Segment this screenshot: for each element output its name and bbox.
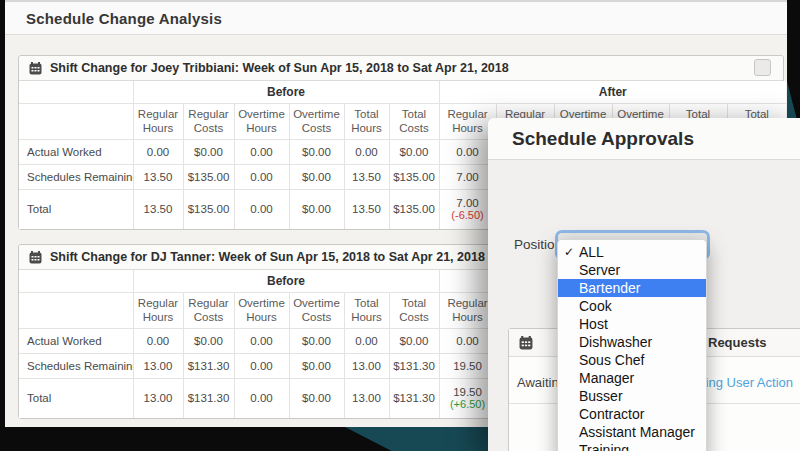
cell: $0.00 [389,328,439,353]
dropdown-item-cook[interactable]: Cook [558,297,706,315]
cell: $0.00 [289,328,344,353]
cell: $0.00 [289,164,344,189]
dropdown-item-contractor[interactable]: Contractor [558,405,706,423]
column-header: Regular Costs [183,103,234,139]
table-title: Shift Change for Joey Tribbiani: Week of… [50,61,509,75]
cell: 13.50 [344,189,389,229]
column-header: Total Costs [389,292,439,328]
cell: 0.00 [133,328,183,353]
cell: $131.30 [389,378,439,418]
cell: $135.00 [389,164,439,189]
cell: 0.00 [344,139,389,164]
cell: 0.00 [234,164,289,189]
group-header-row: BeforeAfter [19,81,786,103]
before-group-header: Before [133,81,439,103]
dropdown-item-sous-chef[interactable]: Sous Chef [558,351,706,369]
row-label: Total [19,378,133,418]
cell: $0.00 [183,139,234,164]
cell: 13.00 [133,378,183,418]
dropdown-item-training[interactable]: Training [558,441,706,451]
decorative-teal-wedge-bottom [340,426,492,451]
cell: 0.00 [234,328,289,353]
column-header: Total Hours [344,292,389,328]
row-label: Total [19,189,133,229]
cell: $135.00 [389,189,439,229]
dropdown-item-all[interactable]: ✓ALL [558,243,706,261]
column-header: Total Costs [389,103,439,139]
dropdown-item-label: Assistant Manager [579,424,695,440]
column-header: Overtime Costs [289,292,344,328]
dropdown-item-busser[interactable]: Busser [558,387,706,405]
cell: 13.00 [344,353,389,378]
delta-value: (+6.50) [443,398,493,411]
requests-card-title: Requests [708,329,767,357]
panel-title-bar: Shift Change for Joey Tribbiani: Week of… [19,56,783,81]
dropdown-item-label: Dishwasher [579,334,652,350]
corner-cell [19,81,133,103]
before-group-header: Before [133,270,439,292]
schedule-approvals-body: Position: Requests Awaiting Awaiting Use… [488,160,800,451]
dropdown-item-manager[interactable]: Manager [558,369,706,387]
column-header: Regular Hours [133,103,183,139]
page-title: Schedule Change Analysis [26,10,222,27]
cell: $131.30 [183,378,234,418]
dropdown-item-label: Contractor [579,406,644,422]
position-dropdown-menu: ✓ALLServerBartenderCookHostDishwasherSou… [557,239,707,451]
corner-cell [19,292,133,328]
calendar-icon [519,336,533,350]
column-header: Overtime Hours [234,103,289,139]
dropdown-item-label: Host [579,316,608,332]
corner-cell [19,103,133,139]
cell: $0.00 [289,353,344,378]
schedule-approvals-header: Schedule Approvals [488,118,800,160]
row-label: Actual Worked [19,328,133,353]
column-header: Regular Hours [133,292,183,328]
row-label: Schedules Remaining [19,164,133,189]
cell: 13.00 [344,378,389,418]
dropdown-item-label: Busser [579,388,623,404]
cell: 13.00 [133,353,183,378]
cell: 13.50 [133,189,183,229]
dropdown-item-label: Training [579,442,629,451]
column-header: Regular Costs [183,292,234,328]
dropdown-item-assistant-manager[interactable]: Assistant Manager [558,423,706,441]
row-label: Actual Worked [19,139,133,164]
after-group-header: After [439,81,786,103]
select-table-checkbox[interactable] [754,59,771,76]
schedule-approvals-panel: Schedule Approvals Position: Requests Aw… [488,118,800,451]
page-header: Schedule Change Analysis [5,2,787,35]
dropdown-item-label: ALL [579,244,604,260]
check-icon: ✓ [564,243,578,261]
cell: $0.00 [389,139,439,164]
delta-value: (-6.50) [443,209,493,222]
calendar-icon [29,62,42,75]
cell: $0.00 [289,189,344,229]
cell: 13.50 [344,164,389,189]
dropdown-item-server[interactable]: Server [558,261,706,279]
cell: $0.00 [289,378,344,418]
calendar-icon [29,251,42,264]
dropdown-item-host[interactable]: Host [558,315,706,333]
cell: 0.00 [344,328,389,353]
column-header: Total Hours [344,103,389,139]
dropdown-item-dishwasher[interactable]: Dishwasher [558,333,706,351]
row-label: Schedules Remaining [19,353,133,378]
table-title: Shift Change for DJ Tanner: Week of Sun … [50,250,485,264]
cell: 13.50 [133,164,183,189]
dropdown-item-label: Server [579,262,620,278]
dropdown-item-label: Bartender [579,280,640,296]
column-header: Overtime Hours [234,292,289,328]
cell: $0.00 [183,328,234,353]
cell: $0.00 [289,139,344,164]
cell: $131.30 [389,353,439,378]
cell: 0.00 [234,378,289,418]
cell: $135.00 [183,189,234,229]
dropdown-item-label: Sous Chef [579,352,644,368]
cell: 0.00 [234,353,289,378]
corner-cell [19,270,133,292]
cell: $135.00 [183,164,234,189]
dropdown-item-bartender[interactable]: Bartender [558,279,706,297]
cell: 0.00 [234,139,289,164]
cell: 0.00 [133,139,183,164]
cell: 0.00 [234,189,289,229]
